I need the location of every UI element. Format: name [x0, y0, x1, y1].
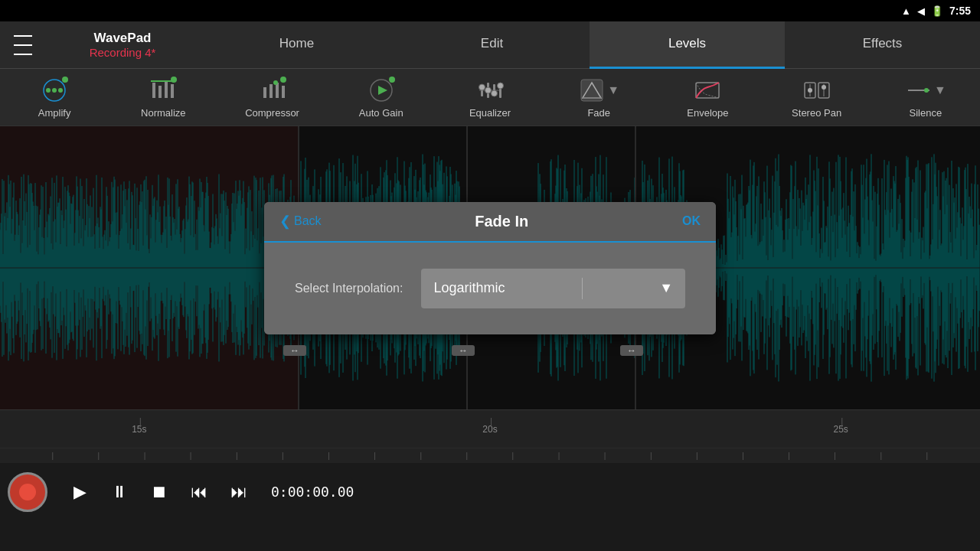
interpolation-label: Select Interpolation: [295, 282, 403, 295]
record-button[interactable] [8, 472, 47, 512]
svg-rect-5 [158, 86, 162, 98]
pause-icon: ⏸ [111, 482, 128, 502]
dialog-header: ❮ Back Fade In OK [264, 202, 716, 243]
effect-envelope[interactable]: Envelope [677, 77, 738, 119]
wifi-icon: ▲ [901, 5, 911, 17]
next-icon: ⏭ [230, 482, 247, 502]
silence-label: Silence [910, 107, 942, 119]
interpolation-select[interactable]: Logarithmic ▼ [421, 269, 685, 308]
tick-mark: | [282, 452, 284, 460]
amplify-label: Amplify [38, 107, 71, 119]
fade-label: Fade [587, 107, 610, 119]
effect-stereo-pan[interactable]: Stereo Pan [786, 77, 848, 119]
tick-mark: | [236, 452, 238, 460]
tick-mark: | [742, 452, 744, 460]
tab-levels[interactable]: Levels [590, 21, 785, 69]
bottom-controls: ▶ ⏸ ⏹ ⏮ ⏭ 0:00:00.00 [0, 463, 980, 520]
effect-normalize[interactable]: Normalize [132, 77, 194, 119]
clock: 7:55 [949, 5, 971, 17]
resize-handle-2[interactable] [452, 345, 475, 356]
nav-bar: WavePad Recording 4* Home Edit Levels Ef… [0, 21, 980, 69]
envelope-icon [694, 77, 721, 104]
app-title-area: WavePad Recording 4* [46, 31, 199, 59]
tick-mark: | [328, 452, 330, 460]
back-chevron-icon: ❮ [279, 213, 291, 230]
ok-button[interactable]: OK [682, 214, 701, 228]
app-name: WavePad [46, 31, 199, 46]
svg-point-24 [497, 83, 503, 89]
timeline-marker-25s: 25s [797, 424, 885, 435]
tick-marks-row: | | | | | | | | | | | | | | | | | | | | [0, 448, 980, 463]
svg-rect-6 [165, 81, 168, 98]
svg-rect-12 [282, 86, 285, 98]
effect-auto-gain[interactable]: Auto Gain [351, 77, 412, 119]
tick-mark: | [880, 452, 882, 460]
resize-handle-1[interactable] [283, 345, 306, 356]
svg-point-18 [479, 84, 485, 90]
play-icon: ▶ [74, 482, 87, 502]
svg-rect-11 [276, 83, 279, 98]
interpolation-value: Logarithmic [433, 280, 505, 296]
effect-fade[interactable]: ▼ Fade [568, 77, 629, 119]
menu-button[interactable] [0, 21, 46, 69]
svg-marker-15 [378, 86, 387, 95]
tick-mark: | [420, 452, 422, 460]
stereo-pan-label: Stereo Pan [792, 107, 841, 119]
svg-point-13 [273, 80, 278, 85]
silence-icon [905, 77, 933, 104]
back-button[interactable]: ❮ Back [279, 213, 322, 230]
play-button[interactable]: ▶ [60, 472, 100, 512]
pause-button[interactable]: ⏸ [100, 472, 139, 512]
timeline-marker-15s: 15s [96, 424, 184, 435]
effect-compressor[interactable]: Compressor [242, 77, 303, 119]
effect-equalizer[interactable]: Equalizer [459, 77, 521, 119]
svg-rect-7 [171, 84, 174, 98]
tick-mark: | [926, 452, 929, 460]
signal-icon: ◀ [917, 5, 925, 17]
svg-point-35 [924, 88, 929, 93]
svg-rect-10 [270, 84, 273, 98]
tab-edit[interactable]: Edit [394, 21, 590, 69]
record-dot [19, 484, 36, 500]
stereo-pan-icon [803, 77, 831, 104]
normalize-label: Normalize [141, 107, 186, 119]
svg-point-33 [822, 85, 826, 90]
dropdown-arrow-icon: ▼ [659, 280, 673, 296]
stop-icon: ⏹ [151, 482, 168, 502]
resize-handle-3[interactable] [620, 345, 643, 356]
dialog-title: Fade In [475, 213, 528, 230]
tick-mark: | [190, 452, 192, 460]
tick-mark: | [834, 452, 836, 460]
equalizer-label: Equalizer [469, 107, 511, 119]
timeline: 15s 20s 25s [0, 409, 980, 448]
tick-mark: | [604, 452, 606, 460]
stop-button[interactable]: ⏹ [139, 472, 179, 512]
svg-rect-4 [152, 83, 155, 98]
effect-amplify[interactable]: Amplify [24, 77, 85, 119]
next-button[interactable]: ⏭ [219, 472, 259, 512]
prev-icon: ⏮ [191, 482, 207, 502]
compressor-label: Compressor [245, 107, 299, 119]
tick-mark: | [144, 452, 146, 460]
tick-mark: | [650, 452, 652, 460]
svg-rect-9 [263, 87, 266, 98]
tick-mark: | [696, 452, 698, 460]
effects-bar: Amplify Normalize [0, 69, 980, 126]
recording-name: Recording 4* [46, 46, 199, 59]
dialog-body: Select Interpolation: Logarithmic ▼ [264, 243, 716, 334]
tab-effects[interactable]: Effects [785, 21, 980, 69]
effect-silence[interactable]: ▼ Silence [895, 77, 956, 119]
tick-mark: | [558, 452, 560, 460]
dialog-overlay: ❮ Back Fade In OK Select Interpolation: … [0, 126, 980, 409]
timeline-marker-20s: 20s [446, 424, 534, 435]
battery-icon: 🔋 [931, 5, 943, 17]
tab-home[interactable]: Home [199, 21, 394, 69]
tick-mark: | [374, 452, 376, 460]
envelope-label: Envelope [687, 107, 728, 119]
prev-button[interactable]: ⏮ [179, 472, 219, 512]
tick-mark: | [788, 452, 790, 460]
select-divider [582, 278, 583, 299]
dialog: ❮ Back Fade In OK Select Interpolation: … [264, 202, 716, 334]
svg-point-22 [491, 90, 497, 96]
amplify-icon [41, 77, 68, 104]
